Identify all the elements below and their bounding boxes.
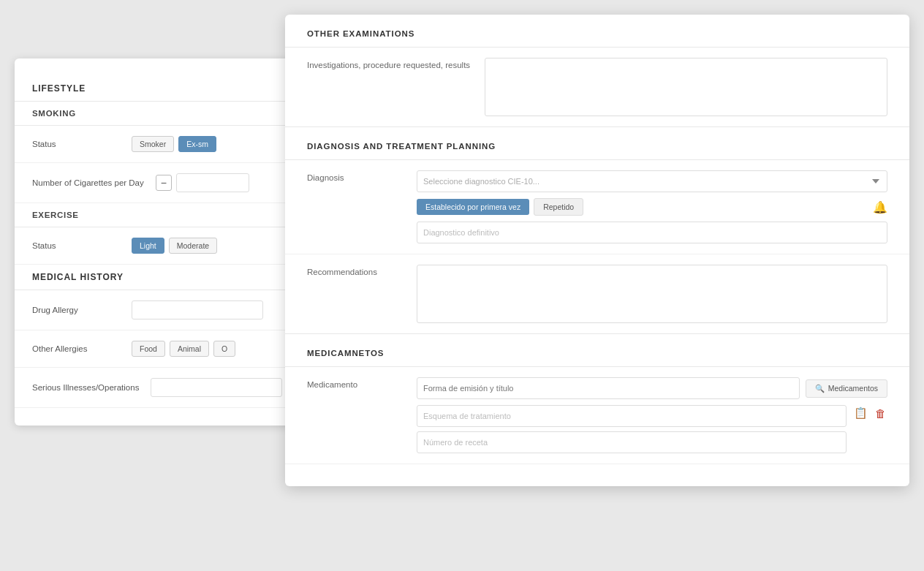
serious-label: Serious Illnesses/Operations <box>32 383 139 392</box>
exercise-title: EXERCISE <box>15 203 322 227</box>
smoking-title: SMOKING <box>15 102 322 126</box>
medical-history-title: MEDICAL HISTORY <box>15 265 322 290</box>
cigarettes-input[interactable] <box>176 173 249 192</box>
drug-allergy-row: Drug Allergy <box>15 290 322 330</box>
left-card: LIFESTYLE SMOKING Status Smoker Ex-sm Nu… <box>15 58 322 426</box>
status-label: Status <box>32 140 120 148</box>
investigations-textarea[interactable] <box>485 58 887 116</box>
search-btn-label: Medicamentos <box>828 384 878 393</box>
other-allergies-label: Other Allergies <box>32 344 120 353</box>
diagnosis-label: Diagnosis <box>307 170 402 182</box>
lifestyle-title: LIFESTYLE <box>15 76 322 102</box>
serious-illnesses-row: Serious Illnesses/Operations <box>15 368 322 408</box>
delete-btn[interactable]: 🗑 <box>874 406 887 421</box>
other-allergies-row: Other Allergies Food Animal O <box>15 330 322 368</box>
recommendations-controls <box>417 265 887 323</box>
other-btn[interactable]: O <box>213 341 235 357</box>
medicamento-top-row: 🔍 Medicamentos <box>417 377 887 399</box>
animal-btn[interactable]: Animal <box>170 341 209 357</box>
search-medicamentos-btn[interactable]: 🔍 Medicamentos <box>806 379 887 398</box>
search-icon: 🔍 <box>815 384 825 393</box>
investigations-controls <box>485 58 887 116</box>
recommendations-textarea[interactable] <box>417 265 887 323</box>
esquema-row-wrapper: 📋 🗑 <box>417 405 887 453</box>
bell-icon[interactable]: 🔔 <box>873 200 887 214</box>
exercise-status-label: Status <box>32 241 120 250</box>
smoking-buttons: Smoker Ex-sm <box>132 136 304 152</box>
numero-input[interactable] <box>417 431 847 453</box>
investigations-label: Investigations, procedure requested, res… <box>307 58 470 69</box>
investigations-row: Investigations, procedure requested, res… <box>285 48 909 127</box>
serious-input-wrap <box>151 378 304 397</box>
medicamentos-title: MEDICAMNETOS <box>285 334 909 367</box>
drug-allergy-label: Drug Allergy <box>32 306 120 314</box>
other-exam-title: OTHER EXAMINATIONS <box>285 15 909 48</box>
exercise-status-row: Status Light Moderate <box>15 227 322 265</box>
diagnosis-row: Diagnosis Seleccione diagnostico CIE-10.… <box>285 160 909 254</box>
right-card: OTHER EXAMINATIONS Investigations, proce… <box>285 15 909 486</box>
recommendations-label: Recommendations <box>307 265 402 276</box>
diagnosis-controls: Seleccione diagnostico CIE-10... Estable… <box>417 170 887 243</box>
copy-btn[interactable]: 📋 <box>852 405 869 421</box>
cigarettes-row: Number of Cigarettes per Day − <box>15 163 322 203</box>
established-btn[interactable]: Establecido por primera vez <box>417 199 529 215</box>
forma-input[interactable] <box>417 377 800 399</box>
other-allergies-buttons: Food Animal O <box>132 341 304 357</box>
medicamento-controls: 🔍 Medicamentos 📋 🗑 <box>417 377 887 453</box>
smoker-btn[interactable]: Smoker <box>132 136 174 152</box>
smoking-status-row: Status Smoker Ex-sm <box>15 126 322 163</box>
food-btn[interactable]: Food <box>132 341 165 357</box>
moderate-btn[interactable]: Moderate <box>169 238 217 254</box>
med-action-buttons: 📋 🗑 <box>852 405 887 421</box>
drug-allergy-input-wrap <box>132 300 304 319</box>
cigarettes-controls: − <box>156 173 304 192</box>
diagnosis-title: DIAGNOSIS AND TREATMENT PLANNING <box>285 127 909 160</box>
repeated-btn[interactable]: Repetido <box>534 198 583 216</box>
diagnosis-select[interactable]: Seleccione diagnostico CIE-10... <box>417 170 887 192</box>
light-btn[interactable]: Light <box>132 238 164 254</box>
diagnostico-input[interactable] <box>417 222 887 243</box>
esquema-input[interactable] <box>417 405 847 427</box>
drug-allergy-input[interactable] <box>132 300 263 319</box>
med-inputs-col <box>417 405 847 453</box>
recommendations-row: Recommendations <box>285 254 909 334</box>
exercise-buttons: Light Moderate <box>132 238 304 254</box>
diagnosis-type-row: Establecido por primera vez Repetido 🔔 <box>417 198 887 216</box>
medicamento-row: Medicamento 🔍 Medicamentos 📋 <box>285 367 909 464</box>
medicamento-label: Medicamento <box>307 377 402 389</box>
ex-smoker-btn[interactable]: Ex-sm <box>178 136 216 152</box>
minus-btn[interactable]: − <box>156 175 172 191</box>
cigarettes-label: Number of Cigarettes per Day <box>32 178 144 187</box>
serious-input[interactable] <box>151 378 282 397</box>
